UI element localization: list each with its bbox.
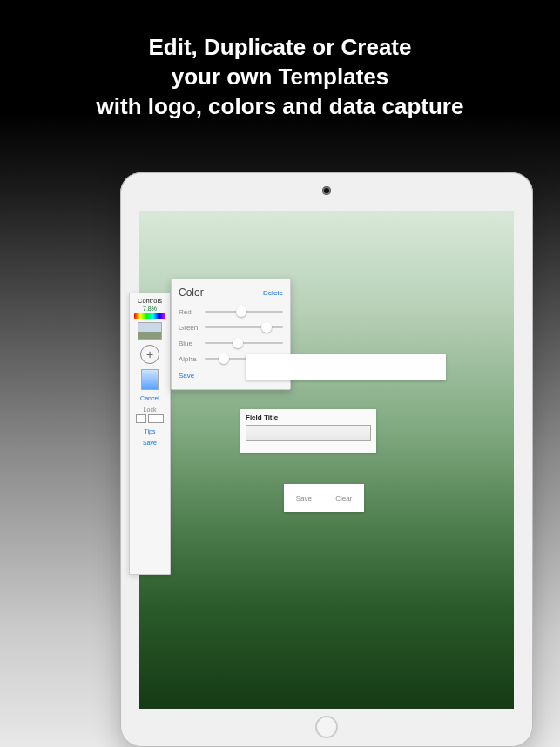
sidebar-save-button[interactable]: Save <box>132 440 168 446</box>
app-screen: Controls 7.8% + Cancel Lock Tips Save Co… <box>139 211 514 709</box>
add-button[interactable]: + <box>140 345 159 364</box>
blue-slider[interactable] <box>205 342 283 344</box>
slider-row-green: Green <box>179 320 283 335</box>
red-label: Red <box>179 308 201 316</box>
ipad-mockup-frame: Controls 7.8% + Cancel Lock Tips Save Co… <box>120 172 533 747</box>
green-slider[interactable] <box>205 326 283 328</box>
red-slider[interactable] <box>205 311 283 313</box>
lock-label: Lock <box>132 407 168 413</box>
canvas-clear-button[interactable]: Clear <box>332 495 355 502</box>
controls-percent: 7.8% <box>132 306 168 312</box>
slider-row-blue: Blue <box>179 335 283 351</box>
green-label: Green <box>179 324 201 332</box>
controls-panel: Controls 7.8% + Cancel Lock Tips Save <box>129 293 171 575</box>
color-swatch[interactable] <box>141 369 159 390</box>
action-button-panel: Save Clear <box>284 484 364 512</box>
cancel-button[interactable]: Cancel <box>132 395 168 401</box>
alpha-label: Alpha <box>179 355 201 363</box>
slider-knob[interactable] <box>233 338 243 348</box>
headline-line: with logo, colors and data capture <box>0 92 560 122</box>
image-thumbnail[interactable] <box>138 322 162 340</box>
field-title-label: Field Title <box>246 414 371 421</box>
field-panel[interactable]: Field Title <box>240 409 376 453</box>
template-text-block[interactable] <box>246 354 446 380</box>
hue-spectrum-icon[interactable] <box>134 313 165 319</box>
slider-row-red: Red <box>179 304 283 320</box>
slider-knob[interactable] <box>236 306 246 317</box>
controls-title: Controls <box>132 297 168 305</box>
camera-icon <box>322 186 331 195</box>
popover-title: Color <box>179 286 204 299</box>
headline-line: Edit, Duplicate or Create <box>0 33 560 63</box>
canvas-save-button[interactable]: Save <box>293 495 315 502</box>
slider-knob[interactable] <box>261 322 272 333</box>
lock-thumb-wide <box>148 414 164 423</box>
marketing-headline: Edit, Duplicate or Create your own Templ… <box>0 0 560 121</box>
field-input[interactable] <box>246 425 371 441</box>
lock-thumb-square <box>136 414 146 423</box>
home-button-icon <box>315 716 338 738</box>
blue-label: Blue <box>179 340 201 347</box>
slider-knob[interactable] <box>219 353 229 364</box>
headline-line: your own Templates <box>0 63 560 92</box>
delete-button[interactable]: Delete <box>263 289 283 297</box>
plus-icon: + <box>146 348 153 360</box>
tips-button[interactable]: Tips <box>132 428 168 434</box>
lock-aspect-thumbs[interactable] <box>132 414 168 423</box>
